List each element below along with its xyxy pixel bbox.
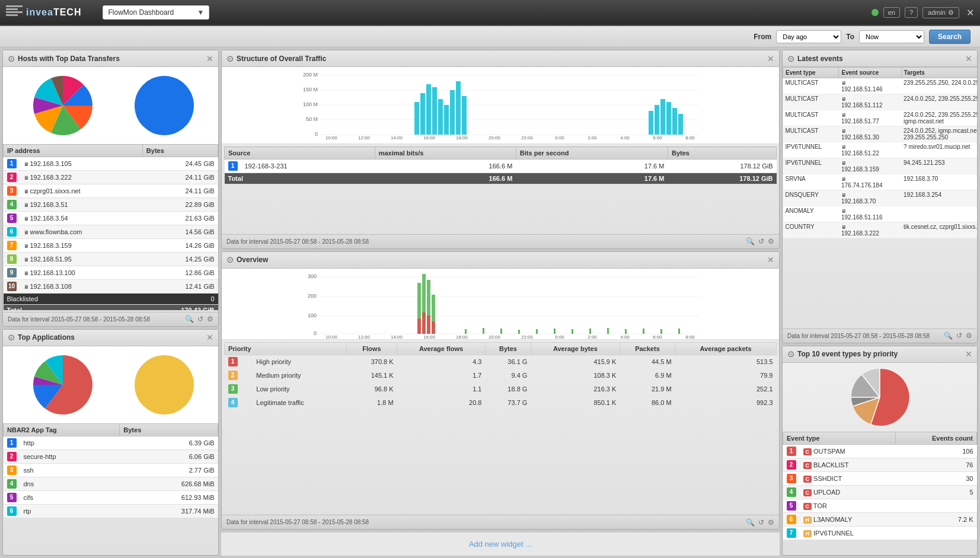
top-events-close[interactable]: ✕ — [965, 349, 972, 359]
row-number: 6 — [7, 227, 17, 237]
svg-text:22:00: 22:00 — [521, 334, 534, 339]
events-settings-icon[interactable]: ⚙ — [966, 331, 972, 340]
overview-footer: Data for interval 2015-05-27 08:58 - 201… — [222, 515, 779, 529]
traffic-search-icon[interactable]: 🔍 — [746, 237, 755, 245]
event-badge: H — [803, 516, 812, 524]
svg-rect-62 — [518, 330, 520, 334]
hosts-table-scroll[interactable]: IP address Bytes 1 🖥192.168.3.105 24.45 … — [3, 144, 218, 310]
top-events-body: Event type Events count 1 C OUTSPAM 106 … — [783, 363, 977, 555]
traffic-total-bytes: 178.12 GiB — [668, 173, 776, 184]
search-footer-icon[interactable]: 🔍 — [185, 315, 194, 323]
top-event-type: H L3ANOMALY — [800, 512, 896, 526]
overview-search-icon[interactable]: 🔍 — [746, 518, 755, 527]
top-navigation: inveaTECH FlowMon Dashboard ▼ en ? admin… — [0, 0, 980, 26]
overview-panel: ⊙ Overview ✕ 300 200 100 0 — [221, 251, 780, 530]
traffic-icon: ⊙ — [226, 54, 234, 63]
event-type: IPV6TUNNEL — [783, 142, 839, 158]
apps-panel-close[interactable]: ✕ — [206, 333, 213, 342]
monitor-icon: 🖥 — [841, 97, 846, 102]
event-source: 🖥192.168.51.112 — [839, 94, 901, 110]
priority-col-bytes: Bytes — [485, 342, 531, 355]
dashboard-dropdown[interactable]: FlowMon Dashboard ▼ — [103, 5, 209, 20]
hosts-panel: ⊙ Hosts with Top Data Transfers ✕ — [2, 50, 219, 327]
priority-avg-packets: 513.5 — [675, 355, 777, 369]
blacklisted-row: Blacklisted0 — [4, 294, 218, 305]
total-row: Total170.42 GiB — [4, 305, 218, 311]
language-button[interactable]: en — [883, 7, 900, 18]
apps-table-scroll[interactable]: NBAR2 App Tag Bytes 1 http 6.39 GiB 2 se… — [3, 423, 218, 518]
table-row: 3 ssh 2.77 GiB — [4, 463, 218, 477]
app-name: rtp — [20, 504, 120, 518]
priority-bytes: 36.1 G — [485, 355, 531, 369]
table-row: 2 🖥192.168.3.222 24.11 GiB — [4, 171, 218, 184]
app-name: http — [20, 436, 120, 449]
to-select[interactable]: Now Yesterday Custom — [859, 30, 924, 43]
overview-settings-icon[interactable]: ⚙ — [768, 518, 774, 527]
row-num-cell: 1 — [4, 436, 20, 449]
table-row: 7 🖥192.168.3.159 14.26 GiB — [4, 239, 218, 253]
settings-footer-icon[interactable]: ⚙ — [207, 315, 213, 323]
table-row: 3 Low priority 96.8 K 1.1 18.8 G 216.3 K… — [225, 382, 777, 396]
add-widget-button[interactable]: Add new widget ... — [221, 532, 780, 556]
svg-text:4:00: 4:00 — [620, 135, 630, 141]
host-bytes: 21.63 GiB — [142, 212, 218, 225]
priority-num-cell: 4 — [225, 396, 253, 410]
events-scroll[interactable]: Event type Event source Targets Timestam… — [783, 67, 977, 329]
admin-button[interactable]: admin ⚙ — [922, 7, 959, 18]
logo-icon — [6, 5, 23, 20]
search-button[interactable]: Search — [929, 30, 971, 44]
hosts-panel-close[interactable]: ✕ — [206, 54, 213, 63]
overview-priority-table: Priority Flows Average flows Bytes Avera… — [224, 342, 777, 410]
svg-text:18:00: 18:00 — [456, 135, 468, 141]
svg-rect-60 — [483, 328, 484, 334]
priority-avg-flows: 20.8 — [397, 396, 486, 410]
svg-text:100 M: 100 M — [303, 101, 318, 107]
row-num-cell: 4 — [4, 198, 20, 212]
list-item: 4 C UPLOAD 5 — [783, 485, 977, 499]
priority-col-avg-bytes: Average bytes — [531, 342, 620, 355]
events-refresh-icon[interactable]: ↺ — [956, 331, 962, 340]
event-type: ANOMALY — [783, 206, 839, 222]
top-row-num: 6 — [783, 512, 800, 526]
list-item: MULTICAST 🖥192.168.51.146 239.255.255.25… — [783, 78, 978, 94]
top-row-num: 5 — [783, 499, 800, 512]
priority-col-avg-flows: Average flows — [397, 342, 486, 355]
traffic-panel-close[interactable]: ✕ — [767, 54, 774, 63]
svg-rect-16 — [414, 102, 419, 135]
monitor-icon: 🖥 — [24, 175, 29, 181]
traffic-chart-area: 200 M 150 M 100 M 50 M 0 — [222, 67, 779, 144]
overview-panel-close[interactable]: ✕ — [767, 255, 774, 264]
host-bytes: 12.41 GiB — [142, 280, 218, 294]
traffic-refresh-icon[interactable]: ↺ — [758, 237, 764, 245]
row-number: 2 — [228, 371, 238, 380]
hosts-col-bytes: Bytes — [142, 145, 218, 157]
event-source: 🖥192.168.3.222 — [839, 222, 901, 238]
event-targets: 224.0.0.252, 239.255.255.250 — [901, 94, 977, 110]
apps-panel-body: NBAR2 App Tag Bytes 1 http 6.39 GiB 2 se… — [3, 346, 218, 555]
host-bytes: 24.45 GiB — [142, 157, 218, 171]
events-panel-close[interactable]: ✕ — [965, 54, 972, 63]
traffic-settings-icon[interactable]: ⚙ — [768, 237, 774, 245]
from-select[interactable]: Day ago Hour ago Week ago — [776, 30, 841, 43]
close-nav-icon[interactable]: ✕ — [966, 7, 974, 18]
svg-text:10:00: 10:00 — [325, 135, 338, 141]
overview-refresh-icon[interactable]: ↺ — [758, 518, 764, 527]
priority-avg-packets: 252.1 — [675, 382, 777, 396]
events-search-icon[interactable]: 🔍 — [944, 331, 953, 340]
svg-rect-3 — [6, 14, 18, 16]
list-item: 2 C BLACKLIST 76 — [783, 458, 977, 471]
row-number: 4 — [787, 487, 796, 497]
overview-chart-area: 300 200 100 0 — [222, 269, 779, 340]
dashboard-label: FlowMon Dashboard — [108, 8, 174, 17]
refresh-footer-icon[interactable]: ↺ — [197, 315, 203, 323]
top-events-table-wrap[interactable]: Event type Events count 1 C OUTSPAM 106 … — [783, 432, 977, 540]
hosts-table: IP address Bytes 1 🖥192.168.3.105 24.45 … — [3, 144, 218, 310]
svg-text:200 M: 200 M — [303, 72, 318, 78]
top-event-count — [896, 499, 977, 512]
row-num-cell: 7 — [4, 239, 20, 253]
table-row: 1 🖥192.168.3.105 24.45 GiB — [4, 157, 218, 171]
host-bytes: 14.25 GiB — [142, 253, 218, 266]
help-button[interactable]: ? — [905, 7, 918, 18]
list-item: COUNTRY 🖥192.168.3.222 tik.cesnet.cz, cz… — [783, 222, 978, 238]
events-col-targets: Targets — [901, 68, 977, 78]
